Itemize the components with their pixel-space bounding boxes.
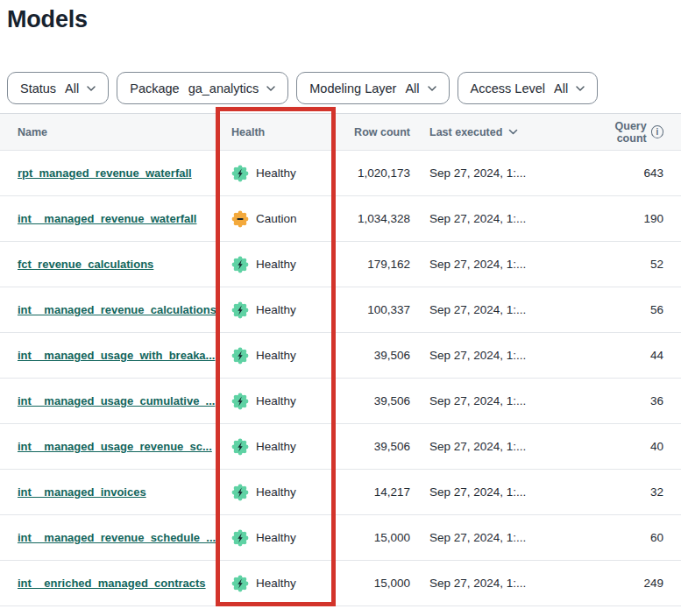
chevron-down-icon [87, 86, 96, 91]
filter-label: Status [20, 81, 56, 96]
model-name-cell: int__managed_revenue_calculations [0, 303, 216, 316]
health-badge-icon [231, 165, 249, 182]
row-count-cell: 1,034,328 [335, 212, 410, 225]
health-cell: Healthy [216, 484, 335, 501]
last-executed-cell: Sep 27, 2024, 1:... [410, 394, 585, 407]
health-badge-icon [231, 529, 249, 547]
query-count-cell: 44 [585, 349, 681, 362]
row-count-cell: 14,217 [335, 485, 410, 499]
sort-chevron-down-icon [508, 129, 518, 135]
last-executed-cell: Sep 27, 2024, 1:... [410, 212, 585, 225]
filter-button-access-level[interactable]: Access Level All [458, 72, 599, 104]
health-label: Healthy [256, 577, 296, 590]
table-row: int__managed_revenue_schedule_... H [0, 515, 681, 561]
table-row: int__enriched_managed_contracts Hea [0, 561, 681, 606]
health-label: Healthy [256, 394, 296, 407]
table-body: rpt_managed_revenue_waterfall Healt [0, 151, 681, 606]
table-row: int__managed_usage_revenue_sc... He [0, 424, 681, 470]
query-count-cell: 190 [585, 212, 681, 225]
query-count-cell: 32 [585, 485, 681, 499]
table-header: Name Health Row count Last executed Quer… [0, 113, 681, 151]
row-count-cell: 39,506 [335, 394, 410, 407]
column-header-last-executed-label: Last executed [429, 126, 502, 138]
model-name-cell: int__managed_usage_cumulative_... [0, 394, 216, 407]
health-cell: Healthy [216, 529, 335, 547]
filter-button-status[interactable]: Status All [7, 72, 109, 104]
query-count-cell: 60 [585, 531, 681, 544]
models-table: Name Health Row count Last executed Quer… [0, 113, 681, 606]
last-executed-cell: Sep 27, 2024, 1:... [410, 531, 585, 544]
column-header-row-count: Row count [335, 126, 410, 138]
table-row: int__managed_revenue_calculations H [0, 287, 681, 333]
model-link[interactable]: int__enriched_managed_contracts [18, 577, 206, 590]
column-header-health: Health [216, 126, 335, 138]
model-name-cell: int__managed_revenue_waterfall [0, 212, 216, 225]
health-badge-icon [231, 347, 249, 365]
health-cell: Healthy [216, 438, 335, 456]
health-cell: Caution [216, 210, 335, 228]
filter-button-modeling-layer[interactable]: Modeling Layer All [296, 72, 449, 104]
model-name-cell: fct_revenue_calculations [0, 258, 216, 271]
health-badge-icon [231, 256, 249, 273]
model-link[interactable]: rpt_managed_revenue_waterfall [18, 166, 192, 180]
filter-value: All [65, 81, 79, 96]
last-executed-cell: Sep 27, 2024, 1:... [410, 349, 585, 362]
table-row: int__managed_revenue_waterfall Caut [0, 196, 681, 242]
health-cell: Healthy [216, 301, 335, 319]
health-badge-icon [231, 393, 249, 410]
column-header-name: Name [0, 126, 216, 138]
filter-label: Modeling Layer [309, 81, 396, 96]
chevron-down-icon [428, 86, 436, 91]
health-label: Healthy [256, 531, 296, 544]
health-label: Caution [256, 212, 297, 225]
model-name-cell: int__managed_usage_with_breaka... [0, 349, 216, 362]
table-row: rpt_managed_revenue_waterfall Healt [0, 151, 681, 196]
column-header-last-executed[interactable]: Last executed [410, 126, 585, 138]
model-name-cell: int__managed_invoices [0, 485, 216, 499]
health-cell: Healthy [216, 393, 335, 410]
health-label: Healthy [256, 440, 296, 453]
last-executed-cell: Sep 27, 2024, 1:... [410, 303, 585, 316]
model-link[interactable]: int__managed_revenue_calculations [18, 303, 216, 316]
query-count-cell: 56 [585, 303, 681, 316]
chevron-down-icon [266, 86, 275, 91]
health-label: Healthy [256, 485, 296, 499]
health-cell: Healthy [216, 165, 335, 182]
filter-value: All [554, 81, 568, 96]
column-header-query-count-label: Query count [585, 120, 647, 145]
page-title: Models [7, 6, 88, 33]
query-count-cell: 643 [585, 166, 681, 180]
health-badge-icon [231, 575, 249, 592]
health-badge-icon [231, 301, 249, 319]
health-badge-icon [231, 438, 249, 456]
model-link[interactable]: int__managed_usage_revenue_sc... [18, 440, 212, 453]
info-icon[interactable]: i [651, 125, 663, 138]
row-count-cell: 15,000 [335, 531, 410, 544]
model-link[interactable]: int__managed_revenue_waterfall [18, 212, 196, 225]
health-label: Healthy [256, 303, 296, 316]
dash-icon [237, 218, 243, 220]
model-link[interactable]: int__managed_invoices [18, 485, 146, 499]
model-link[interactable]: int__managed_revenue_schedule_... [18, 531, 216, 544]
health-cell: Healthy [216, 256, 335, 273]
query-count-cell: 40 [585, 440, 681, 453]
model-name-cell: int__enriched_managed_contracts [0, 577, 216, 590]
query-count-cell: 52 [585, 258, 681, 271]
filter-button-package[interactable]: Package ga_analytics [117, 72, 288, 104]
table-row: int__managed_usage_with_breaka... H [0, 333, 681, 379]
last-executed-cell: Sep 27, 2024, 1:... [410, 577, 585, 590]
health-label: Healthy [256, 349, 296, 362]
model-link[interactable]: int__managed_usage_with_breaka... [18, 349, 215, 362]
health-badge-icon [231, 484, 249, 501]
model-link[interactable]: int__managed_usage_cumulative_... [18, 394, 215, 407]
row-count-cell: 39,506 [335, 440, 410, 453]
chevron-down-icon [576, 86, 585, 91]
model-link[interactable]: fct_revenue_calculations [18, 258, 153, 271]
row-count-cell: 39,506 [335, 349, 410, 362]
table-row: int__managed_invoices Healthy [0, 470, 681, 515]
row-count-cell: 1,020,173 [335, 166, 410, 180]
filter-value: ga_analytics [188, 81, 259, 96]
last-executed-cell: Sep 27, 2024, 1:... [410, 166, 585, 180]
health-cell: Healthy [216, 347, 335, 365]
query-count-cell: 249 [585, 577, 681, 590]
